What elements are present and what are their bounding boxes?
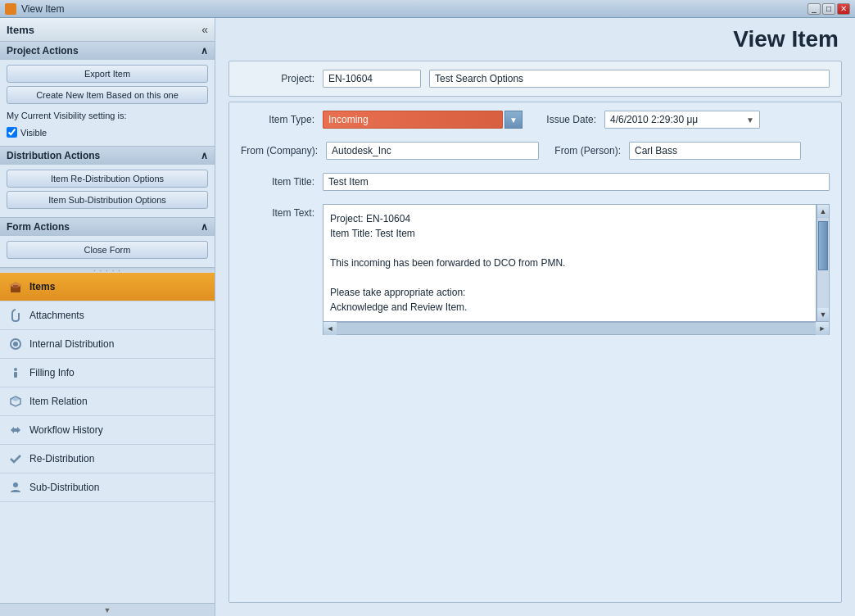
sidebar-title: Items bbox=[7, 24, 34, 36]
sidebar-item-attachments[interactable]: Attachments bbox=[0, 301, 215, 330]
visible-checkbox[interactable] bbox=[7, 127, 17, 138]
distribution-actions-label: Distribution Actions bbox=[7, 150, 100, 161]
project-row: Project: bbox=[241, 70, 830, 88]
sidebar-header: Items « bbox=[0, 18, 215, 42]
visibility-label: My Current Visibility setting is: bbox=[7, 111, 127, 120]
item-redistribution-button[interactable]: Item Re-Distribution Options bbox=[7, 170, 208, 188]
visibility-row: My Current Visibility setting is: bbox=[7, 107, 208, 124]
main-container: Items « Project Actions ∧ Export Item Cr… bbox=[0, 18, 855, 616]
project-info-card: Project: bbox=[228, 61, 842, 97]
project-actions-content: Export Item Create New Item Based on thi… bbox=[0, 60, 215, 146]
sidebar-item-item-relation-label: Item Relation bbox=[29, 396, 88, 407]
issue-date-input[interactable]: 4/6/2010 2:29:30 μμ ▼ bbox=[604, 111, 760, 129]
sidebar-item-items[interactable]: Items bbox=[0, 273, 215, 301]
distribution-actions-header[interactable]: Distribution Actions ∧ bbox=[0, 147, 215, 165]
item-text-row: Item Text: Project: EN-10604 Item Title:… bbox=[241, 204, 830, 594]
visible-label: Visible bbox=[20, 128, 47, 138]
visible-row: Visible bbox=[7, 124, 208, 141]
svg-marker-8 bbox=[11, 396, 20, 401]
arrows-icon bbox=[8, 423, 23, 437]
svg-point-4 bbox=[13, 342, 18, 346]
app-icon bbox=[5, 3, 16, 15]
from-company-row: From (Company): From (Person): bbox=[241, 142, 830, 160]
project-actions-section: Project Actions ∧ Export Item Create New… bbox=[0, 42, 215, 147]
scroll-down-icon: ▼ bbox=[104, 606, 111, 614]
hscroll-right-button[interactable]: ► bbox=[816, 322, 829, 335]
box-icon bbox=[8, 279, 23, 294]
item-type-container: Incoming ▼ bbox=[323, 111, 522, 129]
form-actions-chevron: ∧ bbox=[201, 221, 208, 233]
project-name-input[interactable] bbox=[429, 70, 830, 88]
item-text-container: Project: EN-10604 Item Title: Test Item … bbox=[323, 204, 830, 335]
svg-rect-2 bbox=[13, 285, 18, 288]
sidebar-item-filling-info[interactable]: Filling Info bbox=[0, 359, 215, 387]
info-icon bbox=[8, 365, 23, 380]
distribution-actions-content: Item Re-Distribution Options Item Sub-Di… bbox=[0, 165, 215, 217]
check-icon bbox=[8, 451, 23, 466]
issue-date-chevron: ▼ bbox=[746, 116, 754, 125]
window-controls: _ □ ✕ bbox=[808, 3, 850, 15]
svg-rect-6 bbox=[14, 372, 17, 378]
distribution-actions-chevron: ∧ bbox=[201, 150, 208, 161]
minimize-button[interactable]: _ bbox=[808, 3, 821, 15]
sidebar-item-workflow-history[interactable]: Workflow History bbox=[0, 416, 215, 445]
project-id-input[interactable] bbox=[323, 70, 421, 88]
scroll-up-button[interactable]: ▲ bbox=[817, 205, 829, 218]
issue-date-value: 4/6/2010 2:29:30 μμ bbox=[610, 114, 698, 125]
sidebar-item-sub-distribution[interactable]: Sub-Distribution bbox=[0, 473, 215, 502]
item-type-row: Item Type: Incoming ▼ Issue Date: 4/6/20… bbox=[241, 111, 830, 129]
project-actions-header[interactable]: Project Actions ∧ bbox=[0, 42, 215, 60]
title-bar: View Item _ □ ✕ bbox=[0, 0, 855, 18]
content-body: Project: Item Type: Incoming ▼ Issue Dat… bbox=[215, 61, 855, 616]
item-title-input[interactable] bbox=[323, 173, 830, 191]
sidebar: Items « Project Actions ∧ Export Item Cr… bbox=[0, 18, 215, 616]
item-text-label: Item Text: bbox=[241, 207, 314, 219]
project-label: Project: bbox=[241, 73, 314, 84]
from-company-label: From (Company): bbox=[241, 145, 318, 156]
hscroll-left-button[interactable]: ◄ bbox=[323, 322, 337, 335]
horizontal-scrollbar[interactable]: ◄ ► bbox=[323, 322, 830, 335]
sidebar-scrollbar-bottom[interactable]: ▼ bbox=[0, 603, 215, 616]
circle-icon bbox=[8, 337, 23, 351]
export-item-button[interactable]: Export Item bbox=[7, 65, 208, 83]
collapse-button[interactable]: « bbox=[201, 23, 208, 36]
from-company-input[interactable] bbox=[326, 142, 539, 160]
item-type-label: Item Type: bbox=[241, 114, 314, 125]
sidebar-item-sub-distribution-label: Sub-Distribution bbox=[29, 482, 99, 493]
item-title-label: Item Title: bbox=[241, 176, 314, 188]
maximize-button[interactable]: □ bbox=[822, 3, 835, 15]
distribution-actions-section: Distribution Actions ∧ Item Re-Distribut… bbox=[0, 147, 215, 218]
item-subdistribution-button[interactable]: Item Sub-Distribution Options bbox=[7, 191, 208, 209]
sidebar-item-re-distribution[interactable]: Re-Distribution bbox=[0, 445, 215, 473]
item-text-area[interactable]: Project: EN-10604 Item Title: Test Item … bbox=[323, 204, 817, 322]
scroll-down-button[interactable]: ▼ bbox=[817, 308, 829, 321]
item-title-row: Item Title: bbox=[241, 173, 830, 191]
paperclip-icon bbox=[8, 308, 23, 323]
cube-icon bbox=[8, 394, 23, 409]
vertical-scrollbar[interactable]: ▲ ▼ bbox=[817, 204, 830, 322]
project-actions-chevron: ∧ bbox=[201, 45, 208, 57]
from-person-input[interactable] bbox=[629, 142, 801, 160]
scroll-thumb[interactable] bbox=[818, 221, 828, 270]
close-form-button[interactable]: Close Form bbox=[7, 241, 208, 259]
sidebar-item-filling-info-label: Filling Info bbox=[29, 367, 75, 378]
content-header: View Item bbox=[215, 18, 855, 61]
sidebar-item-workflow-history-label: Workflow History bbox=[29, 424, 103, 436]
from-person-label: From (Person): bbox=[547, 145, 621, 156]
sidebar-item-item-relation[interactable]: Item Relation bbox=[0, 387, 215, 416]
window-title: View Item bbox=[21, 3, 808, 15]
close-button[interactable]: ✕ bbox=[837, 3, 850, 15]
scroll-track bbox=[817, 218, 829, 308]
form-actions-header[interactable]: Form Actions ∧ bbox=[0, 218, 215, 236]
project-actions-label: Project Actions bbox=[7, 45, 79, 57]
item-type-dropdown-button[interactable]: ▼ bbox=[504, 111, 522, 129]
nav-items: Items Attachments Internal Distribu bbox=[0, 273, 215, 603]
sidebar-item-attachments-label: Attachments bbox=[29, 310, 84, 321]
create-new-item-button[interactable]: Create New Item Based on this one bbox=[7, 86, 208, 104]
item-details-card: Item Type: Incoming ▼ Issue Date: 4/6/20… bbox=[228, 102, 842, 603]
svg-point-5 bbox=[14, 368, 17, 371]
issue-date-label: Issue Date: bbox=[531, 114, 596, 125]
form-actions-section: Form Actions ∧ Close Form bbox=[0, 218, 215, 268]
sidebar-item-internal-distribution[interactable]: Internal Distribution bbox=[0, 330, 215, 359]
sidebar-item-items-label: Items bbox=[29, 281, 55, 292]
